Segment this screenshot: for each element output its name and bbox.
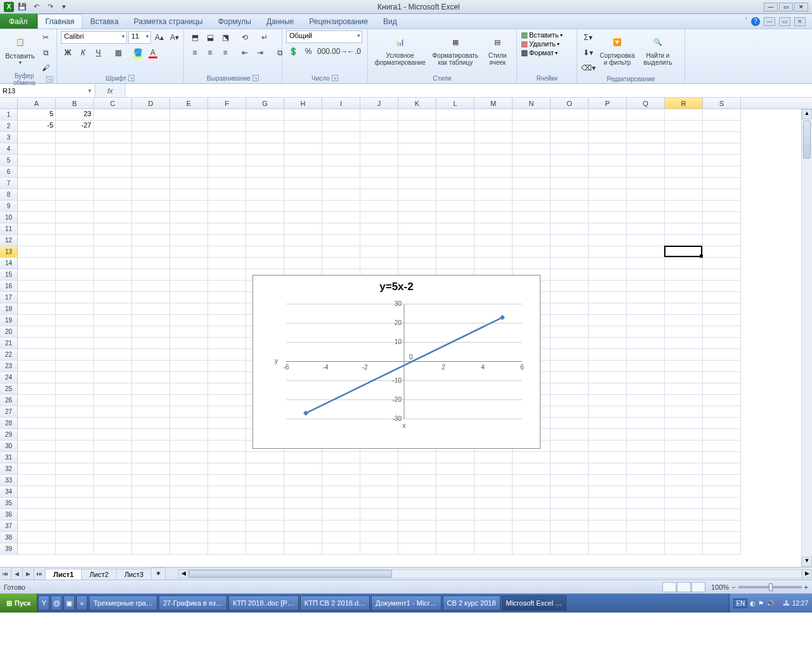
cell[interactable]	[589, 521, 627, 532]
cell[interactable]	[513, 463, 551, 475]
cell[interactable]	[94, 463, 132, 475]
cell[interactable]	[56, 235, 94, 246]
cell[interactable]	[703, 269, 741, 281]
cell[interactable]	[398, 246, 436, 258]
name-box-input[interactable]	[0, 86, 86, 96]
sheet-nav-first-icon[interactable]: ⏮	[0, 567, 11, 580]
cell[interactable]	[94, 326, 132, 338]
cell[interactable]	[360, 223, 398, 235]
cell[interactable]	[18, 383, 56, 395]
cell[interactable]	[56, 189, 94, 201]
cell[interactable]	[132, 498, 170, 509]
ribbon-minimize-icon[interactable]: ˇ	[745, 18, 747, 25]
cell[interactable]	[132, 155, 170, 166]
cell[interactable]	[436, 486, 475, 498]
cell[interactable]	[589, 258, 627, 269]
vertical-scrollbar[interactable]: ▲ ▼	[801, 109, 812, 567]
cell[interactable]	[56, 509, 94, 521]
cell[interactable]	[665, 486, 703, 498]
cell[interactable]	[589, 281, 627, 292]
cell[interactable]	[284, 155, 322, 166]
cell[interactable]	[360, 132, 398, 143]
new-sheet-button[interactable]: ✶	[151, 567, 166, 580]
page-layout-view-button[interactable]	[677, 582, 691, 592]
cell[interactable]	[475, 143, 513, 155]
column-header[interactable]: A	[18, 98, 56, 109]
cell[interactable]	[703, 303, 741, 315]
cell[interactable]	[170, 509, 208, 521]
cell[interactable]	[513, 143, 551, 155]
cell[interactable]	[132, 452, 170, 463]
cell[interactable]	[703, 155, 741, 166]
row-header[interactable]: 10	[0, 212, 18, 223]
redo-icon[interactable]: ↷	[44, 1, 56, 13]
cell[interactable]	[246, 166, 284, 178]
cell[interactable]	[551, 509, 589, 521]
cell[interactable]: 23	[56, 109, 94, 121]
cell[interactable]	[208, 223, 246, 235]
cell[interactable]	[589, 143, 627, 155]
cell[interactable]	[94, 486, 132, 498]
cell[interactable]	[18, 372, 56, 383]
cell[interactable]	[56, 543, 94, 555]
cell[interactable]	[284, 201, 322, 212]
cell[interactable]	[246, 543, 284, 555]
cell[interactable]	[513, 178, 551, 189]
cell[interactable]	[132, 166, 170, 178]
cell[interactable]	[360, 463, 398, 475]
cell[interactable]	[513, 189, 551, 201]
cell[interactable]	[18, 452, 56, 463]
cell[interactable]	[436, 223, 475, 235]
cell[interactable]	[170, 406, 208, 418]
cell[interactable]	[513, 121, 551, 132]
cell[interactable]	[551, 463, 589, 475]
cell[interactable]	[170, 532, 208, 543]
cell[interactable]	[551, 372, 589, 383]
cell[interactable]	[589, 109, 627, 121]
cell[interactable]	[18, 326, 56, 338]
cell[interactable]	[208, 429, 246, 441]
cell[interactable]	[665, 132, 703, 143]
number-format-combo[interactable]: Общий	[286, 30, 362, 43]
help-icon[interactable]: ?	[751, 17, 760, 26]
tab-Вставка[interactable]: Вставка	[82, 14, 126, 29]
cell[interactable]	[284, 235, 322, 246]
start-button[interactable]: ⊞ Пуск	[0, 594, 37, 613]
cell[interactable]	[132, 326, 170, 338]
clear-icon[interactable]: ⌫▾	[581, 61, 595, 75]
cell[interactable]	[551, 418, 589, 429]
cell[interactable]	[94, 521, 132, 532]
cell[interactable]	[56, 452, 94, 463]
cell[interactable]	[94, 509, 132, 521]
cell[interactable]	[475, 543, 513, 555]
row-header[interactable]: 38	[0, 532, 18, 543]
cell[interactable]	[94, 223, 132, 235]
column-header[interactable]: L	[436, 98, 475, 109]
cell[interactable]	[170, 463, 208, 475]
cell[interactable]	[513, 486, 551, 498]
cell[interactable]	[56, 292, 94, 303]
cell[interactable]	[56, 132, 94, 143]
qat-more-icon[interactable]: ▾	[58, 1, 70, 13]
cell[interactable]	[246, 258, 284, 269]
cell[interactable]	[589, 246, 627, 258]
cell[interactable]	[398, 521, 436, 532]
cell[interactable]	[132, 338, 170, 349]
cell[interactable]	[513, 509, 551, 521]
cell[interactable]	[170, 166, 208, 178]
cell[interactable]	[703, 166, 741, 178]
cell[interactable]	[18, 258, 56, 269]
cell[interactable]	[665, 361, 703, 372]
cell[interactable]	[703, 395, 741, 406]
cell[interactable]	[398, 143, 436, 155]
cell[interactable]	[18, 155, 56, 166]
cell[interactable]	[18, 178, 56, 189]
cell[interactable]	[322, 452, 360, 463]
cell[interactable]	[589, 235, 627, 246]
cell[interactable]	[322, 486, 360, 498]
cell[interactable]	[18, 498, 56, 509]
cell[interactable]	[246, 109, 284, 121]
cell[interactable]	[513, 109, 551, 121]
cell[interactable]	[132, 463, 170, 475]
cell[interactable]	[703, 143, 741, 155]
